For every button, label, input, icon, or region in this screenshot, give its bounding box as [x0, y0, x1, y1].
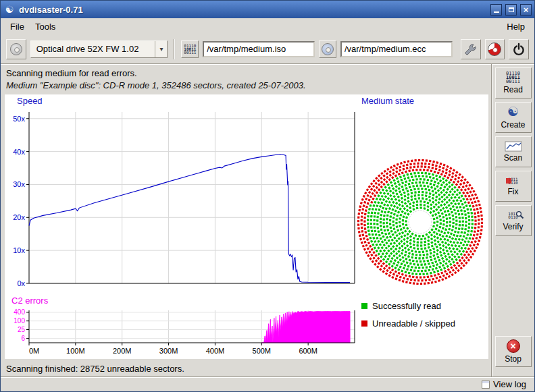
- speed-chart-title: Speed: [17, 96, 43, 106]
- scan-curve-icon: [505, 141, 522, 152]
- speed-chart: 0x10x20x30x40x50x: [5, 108, 356, 287]
- maximize-button[interactable]: [505, 4, 517, 16]
- statusbar: View log: [1, 376, 534, 391]
- medium-state-title: Medium state: [361, 96, 414, 106]
- toolbar: Optical drive 52X FW 1.02 01110 10011 00…: [1, 34, 534, 64]
- dvdisaster-logo-icon: [488, 43, 501, 56]
- minimize-button[interactable]: [490, 4, 502, 16]
- legend-label-read: Successfully read: [372, 301, 441, 311]
- menu-tools[interactable]: Tools: [30, 20, 61, 34]
- yinyang-icon: [507, 105, 519, 119]
- magnifier-icon: [515, 211, 524, 219]
- drive-select[interactable]: Optical drive 52X FW 1.02: [30, 40, 168, 58]
- legend-label-unreadable: Unreadable / skipped: [372, 318, 455, 329]
- svg-text:100M: 100M: [66, 347, 85, 355]
- verify-magnifier-icon: 1011 0110: [504, 210, 523, 221]
- chevron-down-icon: [155, 41, 167, 57]
- scan-button[interactable]: Scan: [495, 136, 532, 167]
- quit-button[interactable]: [509, 39, 529, 59]
- fix-button[interactable]: 1011 0110 Fix: [495, 171, 532, 202]
- ecc-disc-icon: [322, 43, 334, 55]
- ecc-file-button[interactable]: [319, 40, 336, 58]
- toolbar-separator: [174, 39, 175, 59]
- legend-swatch-red: [361, 320, 367, 327]
- svg-text:6: 6: [21, 335, 25, 342]
- window-title: dvdisaster-0.71: [19, 5, 487, 15]
- cd-drive-icon: [10, 43, 22, 55]
- maximize-icon: [509, 7, 514, 12]
- svg-text:50x: 50x: [13, 115, 25, 123]
- fix-label: Fix: [508, 187, 519, 196]
- svg-text:100: 100: [14, 317, 25, 325]
- scan-result-message: Scanning finished: 28752 unreadable sect…: [1, 359, 491, 374]
- binary-read-icon: 01110 10011 00111: [506, 72, 520, 84]
- svg-text:20x: 20x: [13, 213, 25, 221]
- stop-button[interactable]: Stop: [495, 336, 532, 367]
- stop-icon: [507, 339, 520, 353]
- binary-line: 00111: [506, 80, 520, 84]
- svg-text:30x: 30x: [13, 180, 25, 188]
- svg-text:40x: 40x: [13, 148, 25, 156]
- image-file-button[interactable]: 01110 10011 00111: [181, 40, 199, 58]
- create-label: Create: [501, 120, 525, 130]
- dvdisaster-logo-button[interactable]: [485, 39, 505, 59]
- menu-help[interactable]: Help: [501, 20, 530, 34]
- legend-item-read: Successfully read: [361, 301, 441, 311]
- legend-item-unreadable: Unreadable / skipped: [361, 318, 455, 329]
- power-icon: [512, 43, 526, 56]
- verify-label: Verify: [503, 222, 523, 231]
- svg-text:0M: 0M: [29, 347, 39, 355]
- svg-text:400: 400: [14, 309, 25, 316]
- drive-button[interactable]: [6, 39, 26, 59]
- binary-image-icon: 01110 10011 00111: [184, 44, 196, 54]
- view-log-button[interactable]: View log: [479, 379, 529, 390]
- titlebar[interactable]: dvdisaster-0.71: [1, 1, 534, 18]
- svg-text:500M: 500M: [253, 347, 272, 355]
- svg-text:10x: 10x: [13, 246, 25, 254]
- scan-label: Scan: [504, 153, 522, 163]
- close-button[interactable]: [520, 4, 532, 16]
- window-icon: [3, 3, 16, 16]
- svg-text:200M: 200M: [113, 347, 132, 355]
- svg-text:25: 25: [18, 326, 26, 333]
- legend-swatch-green: [361, 303, 367, 309]
- ecc-file-input[interactable]: [340, 41, 453, 57]
- main-content: Scanning medium for read errors. Medium …: [1, 64, 491, 376]
- svg-text:400M: 400M: [206, 347, 225, 355]
- action-sidebar: 01110 10011 00111 Read Create Scan: [491, 64, 534, 376]
- read-label: Read: [503, 85, 523, 94]
- c2-chart: 6251004000M100M200M300M400M500M600M: [5, 309, 356, 358]
- create-button[interactable]: Create: [495, 102, 532, 133]
- verify-button[interactable]: 1011 0110 Verify: [495, 205, 532, 236]
- menubar: File Tools Help: [1, 18, 534, 34]
- medium-state-disc: [356, 158, 484, 286]
- drive-select-value: Optical drive 52X FW 1.02: [36, 44, 155, 54]
- status-message: Scanning medium for read errors.: [1, 64, 491, 78]
- svg-text:0x: 0x: [17, 279, 25, 287]
- stop-label: Stop: [505, 354, 521, 364]
- medium-info: Medium "Example disc": CD-R mode 1, 3524…: [1, 78, 491, 90]
- menu-file[interactable]: File: [5, 20, 30, 34]
- app-window: dvdisaster-0.71 File Tools Help Optical …: [0, 0, 535, 392]
- visualization-panel: Speed Medium state 0x10x20x30x40x50x Suc…: [5, 94, 488, 359]
- svg-text:300M: 300M: [159, 347, 178, 355]
- fix-binary-icon: 1011 0110: [505, 176, 522, 186]
- c2-chart-title: C2 errors: [11, 296, 48, 306]
- view-log-label: View log: [493, 379, 526, 389]
- svg-text:600M: 600M: [299, 347, 317, 355]
- binary-line: 00111: [184, 51, 196, 54]
- wrench-icon: [464, 43, 478, 56]
- image-file-input[interactable]: [203, 41, 315, 57]
- preferences-button[interactable]: [461, 39, 481, 59]
- log-icon: [482, 381, 490, 389]
- minimize-icon: [494, 11, 499, 13]
- fix-red-block-icon: [506, 178, 511, 184]
- read-button[interactable]: 01110 10011 00111 Read: [495, 67, 532, 99]
